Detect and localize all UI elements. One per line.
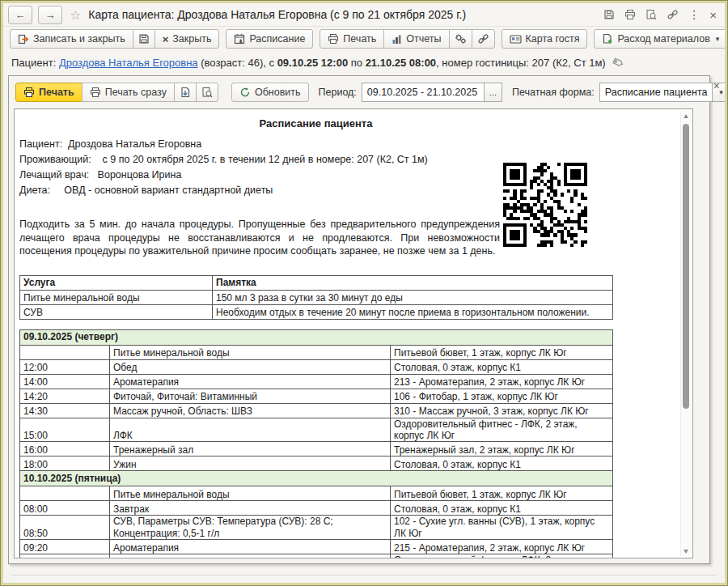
calendar-icon xyxy=(234,33,245,45)
time-cell xyxy=(20,345,110,359)
form-bottom-divider xyxy=(11,575,717,575)
print-form-value: Расписание пациента xyxy=(600,87,713,98)
schedule-row: 08:50СУВ, Параметры СУВ: Температура (СУ… xyxy=(20,516,613,540)
print-label: Печать xyxy=(343,33,376,45)
more-menu-icon[interactable]: ⋮ xyxy=(688,9,700,20)
day-header-row: 09.10.2025 (четверг) xyxy=(20,329,613,345)
materials-label: Расход материалов xyxy=(617,33,709,45)
service-cell: Питье минеральной воды xyxy=(110,486,391,501)
back-icon: ← xyxy=(15,9,26,21)
time-cell: 14:30 xyxy=(20,403,110,418)
doc-info-label: Пациент: xyxy=(19,138,68,150)
schedule-row: 12:00ОбедСтоловая, 0 этаж, корпус К1 xyxy=(20,359,613,374)
title-bar: ← → ☆ Карта пациента: Дроздова Наталья Е… xyxy=(3,3,725,27)
location-cell: Столовая, 0 этаж, корпус К1 xyxy=(391,456,613,471)
doc-info-value: с 9 по 20 октября 2025 г. в течении 12 д… xyxy=(103,154,428,165)
back-button[interactable]: ← xyxy=(8,6,32,24)
save-record-button[interactable] xyxy=(133,29,155,49)
period-picker-button[interactable]: ... xyxy=(485,83,502,102)
service-cell: Ароматерапия xyxy=(110,374,391,389)
tag-icon[interactable] xyxy=(612,57,625,69)
services-cell: 150 мл 3 раза в сутки за 30 минут до еды xyxy=(213,290,613,304)
id-card-icon xyxy=(510,34,522,45)
services-table-body: УслугаПамяткаПитье минеральной воды150 м… xyxy=(20,275,613,319)
scrollbar-thumb[interactable] xyxy=(683,124,689,409)
print-form-select[interactable]: Расписание пациента ▾ xyxy=(599,83,725,102)
doc-info-label: Лечащий врач: xyxy=(19,169,98,180)
time-cell: 08:00 xyxy=(20,501,110,516)
materials-button[interactable]: Расход материалов ▾ xyxy=(594,29,725,49)
time-cell: 14:00 xyxy=(20,374,110,389)
forward-button[interactable]: → xyxy=(38,6,62,24)
time-cell: 08:50 xyxy=(20,516,110,540)
forward-icon: → xyxy=(45,9,56,21)
panel-close-icon[interactable]: × xyxy=(713,80,720,91)
services-cell: СУВ xyxy=(20,304,213,319)
close-label: Закрыть xyxy=(172,33,211,45)
print-now-label: Печать сразу xyxy=(105,87,167,98)
notice-paragraph: Подходить за 5 мин. до начала процедуры.… xyxy=(19,218,500,258)
schedule-button[interactable]: Расписание xyxy=(226,29,313,49)
schedule-label: Расписание xyxy=(249,33,305,45)
schedule-table-body: 09.10.2025 (четверг)Питье минеральной во… xyxy=(20,329,613,558)
refresh-icon xyxy=(239,87,251,98)
service-cell: Ужин xyxy=(110,456,391,471)
vertical-scrollbar[interactable] xyxy=(680,111,691,556)
period-input[interactable] xyxy=(362,83,485,102)
patient-age: (возраст: 46), с xyxy=(198,57,277,69)
services-row: Питье минеральной воды150 мл 3 раза в су… xyxy=(20,290,613,304)
time-cell xyxy=(20,486,110,501)
main-toolbar: Записать и закрыть × Закрыть Расписание … xyxy=(3,27,725,51)
link-button[interactable] xyxy=(472,29,495,49)
page-preview-button[interactable] xyxy=(196,83,218,102)
page-title: Карта пациента: Дроздова Наталья Егоровн… xyxy=(88,8,466,21)
location-cell: 310 - Массаж ручной, 3 этаж, корпус ЛК Ю… xyxy=(391,403,613,418)
service-cell: Тренажерный зал xyxy=(110,442,391,456)
time-cell: 09:20 xyxy=(20,540,110,554)
scroll-up-arrow[interactable] xyxy=(681,111,691,121)
time-cell xyxy=(20,554,110,558)
scroll-down-arrow[interactable] xyxy=(681,546,691,556)
close-x-icon: × xyxy=(163,33,169,45)
window-close-icon[interactable]: × xyxy=(709,9,717,21)
services-button[interactable] xyxy=(449,29,472,49)
favorite-star-icon[interactable]: ☆ xyxy=(70,7,81,23)
services-header-cell: Памятка xyxy=(213,275,613,290)
service-cell: Обед xyxy=(110,359,391,374)
save-to-file-button[interactable] xyxy=(174,83,197,102)
doc-info-value: Дроздова Наталья Егоровна xyxy=(68,138,201,150)
schedule-row: 14:00Ароматерапия213 - Ароматерапия, 2 э… xyxy=(20,374,613,389)
schedule-row: Оздоровительный фитнес - ЛФК, 2 этаж, ко… xyxy=(20,554,613,558)
printer-icon xyxy=(328,33,339,45)
qr-code xyxy=(503,163,587,247)
services-cell: Питье минеральной воды xyxy=(20,290,213,304)
location-cell: Питьевой бювет, 1 этаж, корпус ЛК Юг xyxy=(391,345,613,359)
location-cell: Тренажерный зал, 2 этаж, корпус ЛК Юг xyxy=(391,442,613,456)
doc-info-value: Воронцова Ирина xyxy=(98,169,182,180)
panel-print-button[interactable]: Печать xyxy=(15,83,83,102)
get-link-icon[interactable] xyxy=(667,9,679,20)
print-preview-area[interactable]: Расписание пациента Пациент: Дроздова На… xyxy=(14,108,693,558)
doc-info-line: Проживающий: с 9 по 20 октября 2025 г. в… xyxy=(19,152,692,168)
floppy-icon xyxy=(138,33,150,45)
print-button[interactable]: Печать xyxy=(320,29,384,49)
service-cell: Завтрак xyxy=(110,501,391,516)
save-and-close-label: Записать и закрыть xyxy=(33,33,125,45)
document-title: Расписание пациента xyxy=(19,117,612,130)
service-cell: Фиточай, Фиточай: Витаминный xyxy=(110,389,391,403)
print-now-button[interactable]: Печать сразу xyxy=(82,83,175,102)
print-icon[interactable] xyxy=(624,9,636,20)
guest-card-button[interactable]: Карта гостя xyxy=(502,29,588,49)
location-cell: Столовая, 0 этаж, корпус К1 xyxy=(391,501,613,516)
location-cell: 215 - Ароматерапия, 2 этаж, корпус ЛК Юг xyxy=(391,540,613,554)
room-info: , номер гостиницы: 207 (К2, Ст 1м) xyxy=(436,57,606,69)
refresh-button[interactable]: Обновить xyxy=(231,83,309,102)
schedule-row: Питье минеральной водыПитьевой бювет, 1 … xyxy=(20,345,613,359)
preview-icon[interactable] xyxy=(645,9,657,20)
close-button[interactable]: × Закрыть xyxy=(154,29,220,49)
save-icon[interactable] xyxy=(603,9,615,20)
service-cell: Питье минеральной воды xyxy=(110,345,391,359)
patient-name-link[interactable]: Дроздова Наталья Егоровна xyxy=(59,57,198,69)
save-and-close-button[interactable]: Записать и закрыть xyxy=(10,29,133,49)
reports-button[interactable]: Отчеты xyxy=(383,29,449,49)
